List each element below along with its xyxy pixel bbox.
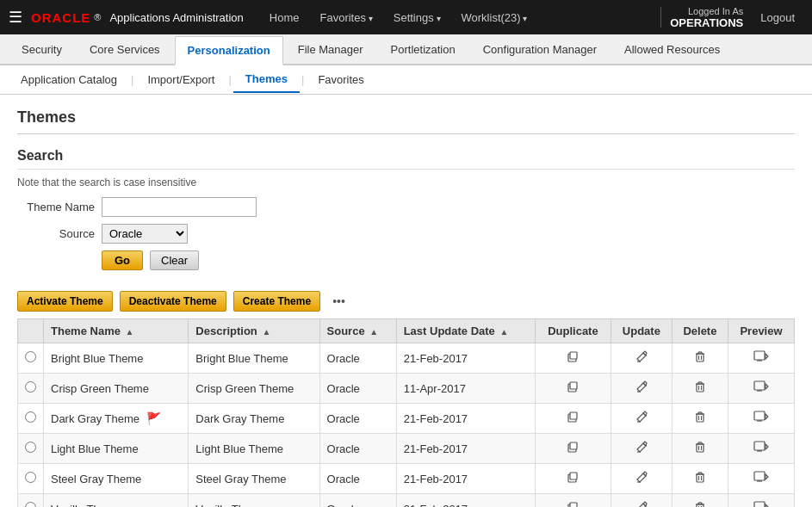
row-update-cell [611,434,672,464]
delete-button-5[interactable] [691,468,709,489]
svg-marker-25 [766,384,768,389]
row-source: Oracle [327,412,360,425]
preview-button-3[interactable] [752,408,771,429]
update-button-5[interactable] [633,468,650,489]
search-title: Search [17,148,795,170]
update-button-2[interactable] [633,378,650,399]
duplicate-button-2[interactable] [564,378,581,399]
row-preview-cell [728,374,795,404]
svg-rect-3 [697,354,704,362]
col-source-sort: ▲ [369,327,378,337]
svg-rect-15 [570,382,577,389]
tab-personalization[interactable]: Personalization [175,36,283,65]
col-theme-name[interactable]: Theme Name ▲ [44,319,189,343]
preview-button-1[interactable] [752,348,771,368]
logout-button[interactable]: Logout [752,8,803,28]
row-source-cell: Oracle [319,343,396,374]
preview-button-2[interactable] [752,378,771,399]
row-delete-cell [672,464,728,494]
nav-home[interactable]: Home [261,8,308,28]
row-name-cell: Crisp Green Theme [44,374,189,404]
row-radio-cell[interactable] [18,494,44,508]
col-description-label: Description [195,325,257,337]
theme-name-input[interactable] [102,197,257,217]
delete-button-2[interactable] [691,378,709,399]
row-date: 11-Apr-2017 [404,382,466,395]
delete-button-1[interactable] [691,348,709,368]
go-button[interactable]: Go [102,250,143,270]
row-radio-cell[interactable] [18,464,44,494]
row-description-cell: Bright Blue Theme [189,343,319,374]
source-select[interactable]: Oracle Custom All [102,224,188,244]
duplicate-icon [566,500,580,507]
tab-application-catalog[interactable]: Application Catalog [9,67,129,92]
duplicate-button-4[interactable] [564,438,581,459]
duplicate-button-6[interactable] [564,498,581,507]
row-delete-cell [672,343,728,374]
row-radio-cell[interactable] [18,374,44,404]
svg-rect-1 [570,352,577,359]
row-preview-cell [728,343,795,374]
col-description-sort: ▲ [262,327,270,337]
update-button-1[interactable] [633,348,650,368]
svg-marker-11 [766,354,768,359]
col-date-label: Last Update Date [404,325,495,337]
tab-portletization[interactable]: Portletization [378,35,468,64]
primary-tab-strip: Security Core Services Personalization F… [0,34,812,65]
duplicate-icon [566,349,580,363]
clear-button[interactable]: Clear [150,250,199,270]
preview-button-5[interactable] [752,468,771,489]
tab-sep-3: | [301,73,304,86]
trash-icon [693,349,707,363]
row-radio-5[interactable] [25,472,36,483]
main-content: Themes Search Note that the search is ca… [0,95,812,507]
row-radio-2[interactable] [25,381,36,393]
hamburger-icon[interactable]: ☰ [9,8,22,27]
activate-theme-button[interactable]: Activate Theme [17,291,113,312]
row-radio-3[interactable] [25,411,36,423]
row-radio-cell[interactable] [18,404,44,434]
duplicate-button-3[interactable] [564,408,581,429]
nav-settings[interactable]: Settings [385,8,449,28]
more-actions-icon[interactable]: ••• [327,293,350,310]
preview-button-6[interactable] [752,498,771,507]
row-description: Crisp Green Theme [195,382,294,395]
update-button-6[interactable] [633,498,650,507]
duplicate-button-1[interactable] [564,348,581,368]
row-radio-6[interactable] [25,502,36,507]
tab-themes[interactable]: Themes [233,66,300,93]
duplicate-button-5[interactable] [564,468,581,489]
row-radio-1[interactable] [25,351,36,362]
tab-favorites[interactable]: Favorites [306,67,375,92]
tab-configuration-manager[interactable]: Configuration Manager [470,35,610,64]
trash-icon [693,470,707,484]
delete-button-4[interactable] [691,438,709,459]
row-description: Vanilla Theme [195,503,266,508]
source-row: Source Oracle Custom All [17,224,795,244]
create-theme-button[interactable]: Create Theme [233,291,320,312]
tab-file-manager[interactable]: File Manager [285,35,376,64]
delete-button-3[interactable] [691,408,709,429]
tab-allowed-resources[interactable]: Allowed Resources [611,35,733,64]
col-source[interactable]: Source ▲ [319,319,396,343]
tab-security[interactable]: Security [9,35,75,64]
row-duplicate-cell [536,494,611,508]
row-duplicate-cell [536,404,611,434]
col-description[interactable]: Description ▲ [189,319,319,343]
source-label: Source [17,227,95,240]
nav-favorites[interactable]: Favorites [312,8,381,28]
col-date[interactable]: Last Update Date ▲ [396,319,535,343]
deactivate-theme-button[interactable]: Deactivate Theme [120,291,226,312]
tab-core-services[interactable]: Core Services [77,35,173,64]
row-radio-cell[interactable] [18,434,44,464]
table-row: Steel Gray Theme Steel Gray Theme Oracle… [18,464,795,494]
preview-button-4[interactable] [752,438,771,459]
update-button-3[interactable] [633,408,650,429]
nav-worklist[interactable]: Worklist(23) [453,8,536,28]
tab-import-export[interactable]: Import/Export [135,67,226,92]
row-radio-4[interactable] [25,442,36,453]
update-button-4[interactable] [633,438,650,459]
svg-rect-57 [570,473,577,479]
row-radio-cell[interactable] [18,343,44,374]
delete-button-6[interactable] [691,498,709,507]
